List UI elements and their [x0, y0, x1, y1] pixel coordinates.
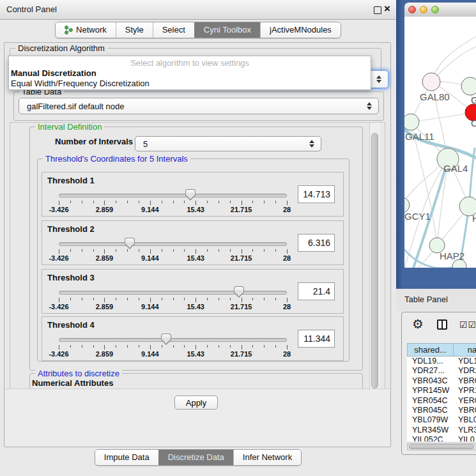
gear-icon[interactable]: ⚙: [412, 318, 424, 330]
slider-tick: [264, 249, 265, 252]
slider-tick: [184, 298, 185, 300]
slider-tick: [242, 298, 242, 302]
threshold-slider-thumb[interactable]: [185, 189, 196, 196]
slider-tick: [287, 298, 288, 302]
slider-tick-label: 9.144: [141, 350, 159, 358]
slider-tick: [287, 345, 288, 349]
threshold-slider-track[interactable]: [59, 338, 287, 342]
threshold-slider-thumb[interactable]: [234, 286, 244, 293]
table-row[interactable]: YLR345WYLR3: [407, 426, 476, 435]
zoom-traffic-light-icon[interactable]: [431, 6, 439, 13]
network-edge[interactable]: [411, 112, 473, 122]
network-node-label: C: [471, 118, 476, 128]
network-node-label: GAL11: [405, 131, 434, 142]
slider-tick: [116, 298, 116, 300]
apply-button[interactable]: Apply: [174, 395, 218, 410]
tab-jactivemnodules[interactable]: jActiveMNodules: [260, 22, 341, 38]
settings-vertical-scrollbar[interactable]: [369, 123, 380, 427]
tab-discretize-data[interactable]: Discretize Data: [158, 450, 233, 465]
network-node-gal80[interactable]: [422, 73, 440, 91]
table-data-selected-value: galFiltered.sif default node: [27, 102, 124, 111]
tab-cyni-toolbox[interactable]: Cyni Toolbox: [194, 22, 260, 38]
table-data-combobox[interactable]: galFiltered.sif default node: [19, 98, 379, 114]
slider-tick: [139, 345, 139, 348]
tab-infer-network[interactable]: Infer Network: [233, 450, 301, 465]
app-root: Control Panel × NetworkStyleSelectCyni T…: [0, 0, 476, 476]
dropdown-option-equal-width[interactable]: Equal Width/Frequency Discretization: [9, 79, 371, 89]
threshold-slider-track[interactable]: [59, 242, 287, 246]
slider-tick: [207, 298, 208, 300]
table-panel-window: ⚙ ☑☑ shared...na YDL19...YDL1YDR27...YDR…: [401, 312, 476, 455]
column-header-name[interactable]: na: [453, 343, 476, 357]
threshold-label: Threshold 4: [47, 320, 95, 330]
network-node-ga[interactable]: [461, 77, 476, 95]
slider-tick: [139, 201, 139, 203]
table-row[interactable]: YIL052CYIL0: [407, 435, 476, 441]
number-of-intervals-combobox[interactable]: 5: [135, 136, 321, 151]
slider-tick-label: -3.426: [49, 254, 68, 262]
close-traffic-light-icon[interactable]: [408, 6, 416, 13]
slider-tick: [219, 249, 219, 252]
table-row[interactable]: YPR145WYPR1: [407, 386, 476, 395]
tab-network[interactable]: Network: [56, 22, 116, 38]
threshold-slider-thumb[interactable]: [161, 334, 171, 340]
tab-label: Network: [76, 22, 107, 38]
slider-tick: [184, 345, 185, 348]
interval-definition-title: Interval Definition: [35, 122, 104, 132]
float-icon[interactable]: [374, 6, 381, 14]
threshold-value-field[interactable]: 21.4: [298, 282, 335, 300]
slider-tick: [275, 201, 276, 203]
slider-tick-label: 2.859: [96, 254, 114, 262]
table-cell: YDL1: [453, 357, 476, 366]
threshold-slider-track[interactable]: [59, 291, 287, 295]
slider-tick: [150, 201, 151, 205]
table-row[interactable]: YBL079WYBL0: [407, 415, 476, 425]
table-row[interactable]: YBR045CYBR0: [407, 406, 476, 415]
table-row[interactable]: YDR27...YDR2: [407, 366, 476, 376]
slider-tick: [196, 249, 196, 254]
checkbox-icons[interactable]: ☑☑: [459, 319, 476, 330]
close-icon[interactable]: ×: [384, 3, 390, 15]
tab-select[interactable]: Select: [153, 22, 194, 38]
table-cell: YPR145W: [407, 386, 453, 395]
number-of-intervals-label: Number of Intervals: [55, 137, 133, 146]
network-window-titlebar: [404, 3, 476, 17]
slider-tick: [252, 201, 253, 203]
minimize-traffic-light-icon[interactable]: [420, 6, 427, 13]
number-of-intervals-value: 5: [143, 139, 148, 149]
table-row[interactable]: YER054CYER0: [407, 396, 476, 406]
slider-tick-label: -3.426: [49, 350, 68, 358]
threshold-value-field[interactable]: 11.344: [298, 330, 335, 348]
slider-tick: [93, 201, 94, 203]
table-row[interactable]: YDL19...YDL1: [407, 357, 476, 366]
slider-tick: [252, 345, 253, 348]
dropdown-option-manual[interactable]: Manual Discretization: [9, 68, 371, 79]
column-header-shared-name[interactable]: shared...: [407, 343, 453, 357]
tab-style[interactable]: Style: [116, 22, 153, 38]
slider-tick: [104, 249, 105, 254]
threshold-value-field[interactable]: 14.713: [298, 185, 335, 203]
table-cell: YLR3: [453, 426, 476, 435]
table-horizontal-scrollbar[interactable]: [407, 443, 476, 450]
network-canvas[interactable]: GAL80GACGAL11GAL4GCY1HHAP2: [404, 17, 476, 268]
threshold-slider-track[interactable]: [59, 194, 287, 197]
slider-tick: [207, 249, 208, 252]
top-tab-bar: NetworkStyleSelectCyni ToolboxjActiveMNo…: [0, 22, 396, 38]
slider-tick: [230, 201, 231, 203]
table-cell: YER054C: [407, 396, 453, 406]
threshold-slider-thumb[interactable]: [125, 238, 135, 244]
table-row[interactable]: YBR043CYBR0: [407, 376, 476, 386]
slider-tick: [275, 249, 276, 252]
network-node-gal11[interactable]: [404, 114, 419, 130]
slider-tick-label: 2.859: [96, 350, 114, 358]
network-node-label: GAL4: [443, 163, 468, 174]
threshold-value-field[interactable]: 6.316: [298, 234, 335, 252]
numerical-attributes-label: Numerical Attributes: [32, 378, 113, 388]
tab-impute-data[interactable]: Impute Data: [95, 450, 158, 465]
columns-icon[interactable]: [437, 319, 447, 330]
threshold-label: Threshold 1: [47, 176, 95, 185]
table-cell: YIL0: [453, 435, 476, 441]
dropdown-hint-item[interactable]: Select algorithm to view settings: [9, 58, 371, 68]
table-panel-titlebar: Table Panel: [396, 289, 476, 311]
slider-tick: [196, 201, 196, 205]
